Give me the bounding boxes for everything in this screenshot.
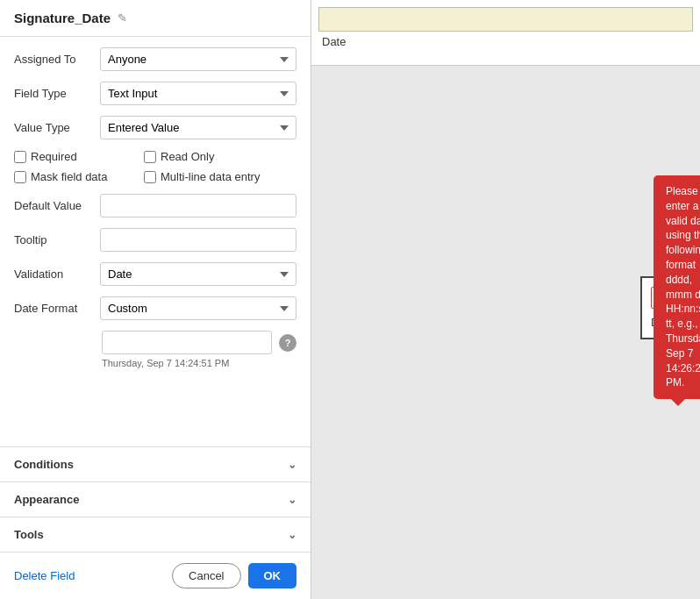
tooltip-input[interactable] (100, 228, 296, 252)
multiline-checkbox-item: Multi-line data entry (144, 170, 267, 183)
panel-header: Signature_Date ✎ (0, 0, 311, 37)
conditions-label: Conditions (14, 458, 74, 471)
readonly-checkbox-item: Read Only (144, 150, 267, 163)
conditions-section: Conditions ⌄ (0, 446, 311, 481)
date-format-row: Date Format Custom Short Date Long Date … (14, 296, 296, 320)
tools-section: Tools ⌄ (0, 517, 311, 552)
assigned-to-select[interactable]: Anyone User Role (100, 47, 296, 71)
panel-footer: Delete Field Cancel OK (0, 552, 311, 599)
help-icon[interactable]: ? (279, 334, 296, 352)
required-checkbox-item: Required (14, 150, 137, 163)
default-value-label: Default Value (14, 199, 93, 212)
ok-button[interactable]: OK (248, 563, 297, 588)
footer-actions: Cancel OK (172, 563, 296, 588)
tools-header[interactable]: Tools ⌄ (14, 528, 296, 541)
appearance-chevron: ⌄ (288, 494, 296, 506)
required-checkbox[interactable] (14, 151, 26, 163)
mask-checkbox[interactable] (14, 171, 26, 183)
conditions-header[interactable]: Conditions ⌄ (14, 458, 296, 471)
validation-label: Validation (14, 267, 93, 281)
assigned-to-row: Assigned To Anyone User Role (14, 47, 296, 71)
edit-icon[interactable]: ✎ (118, 11, 127, 25)
appearance-section: Appearance ⌄ (0, 481, 311, 517)
field-type-label: Field Type (14, 87, 93, 100)
format-preview: Thursday, Sep 7 14:24:51 PM (14, 358, 296, 368)
value-type-select[interactable]: Entered Value Calculated Value (100, 116, 296, 139)
required-label: Required (31, 150, 77, 163)
assigned-to-label: Assigned To (14, 53, 93, 66)
left-panel: Signature_Date ✎ Assigned To Anyone User… (0, 0, 311, 599)
date-format-select[interactable]: Custom Short Date Long Date ISO 8601 (100, 296, 296, 320)
readonly-label: Read Only (161, 150, 214, 163)
default-value-row: Default Value (14, 194, 296, 217)
tools-label: Tools (14, 528, 44, 541)
format-string-row: dddd, mmm d HH:nn:ss tt ? (14, 331, 296, 354)
mask-label: Mask field data (31, 170, 107, 183)
field-type-select[interactable]: Text Input Checkbox Dropdown (100, 82, 296, 105)
appearance-label: Appearance (14, 493, 79, 506)
value-type-row: Value Type Entered Value Calculated Valu… (14, 116, 296, 139)
validation-tooltip: Please enter a valid date using the foll… (654, 175, 700, 399)
validation-row: Validation Date None Email Number (14, 262, 296, 286)
conditions-chevron: ⌄ (288, 459, 296, 471)
tooltip-label: Tooltip (14, 233, 93, 246)
mask-checkbox-item: Mask field data (14, 170, 137, 183)
value-type-label: Value Type (14, 121, 93, 134)
date-field-bar (318, 7, 693, 32)
cancel-button[interactable]: Cancel (172, 563, 240, 588)
right-date-label: Date (311, 32, 700, 52)
checkbox-group: Required Read Only Mask field data Multi… (14, 150, 296, 183)
field-type-row: Field Type Text Input Checkbox Dropdown (14, 82, 296, 105)
default-value-input[interactable] (100, 194, 296, 217)
right-panel: Date Please enter a valid date using the… (311, 0, 700, 599)
form-section: Assigned To Anyone User Role Field Type … (0, 37, 311, 446)
panel-title: Signature_Date (14, 11, 111, 25)
tooltip-row: Tooltip (14, 228, 296, 252)
readonly-checkbox[interactable] (144, 151, 156, 163)
multiline-label: Multi-line data entry (161, 170, 260, 183)
tools-chevron: ⌄ (288, 529, 296, 541)
multiline-checkbox[interactable] (144, 171, 156, 183)
format-string-input[interactable]: dddd, mmm d HH:nn:ss tt (102, 331, 272, 354)
appearance-header[interactable]: Appearance ⌄ (14, 493, 296, 506)
top-preview-area: Date (311, 0, 700, 66)
delete-field-button[interactable]: Delete Field (14, 569, 75, 582)
validation-select[interactable]: Date None Email Number (100, 262, 296, 286)
tooltip-message: Please enter a valid date using the foll… (666, 185, 700, 389)
date-format-label: Date Format (14, 302, 93, 315)
